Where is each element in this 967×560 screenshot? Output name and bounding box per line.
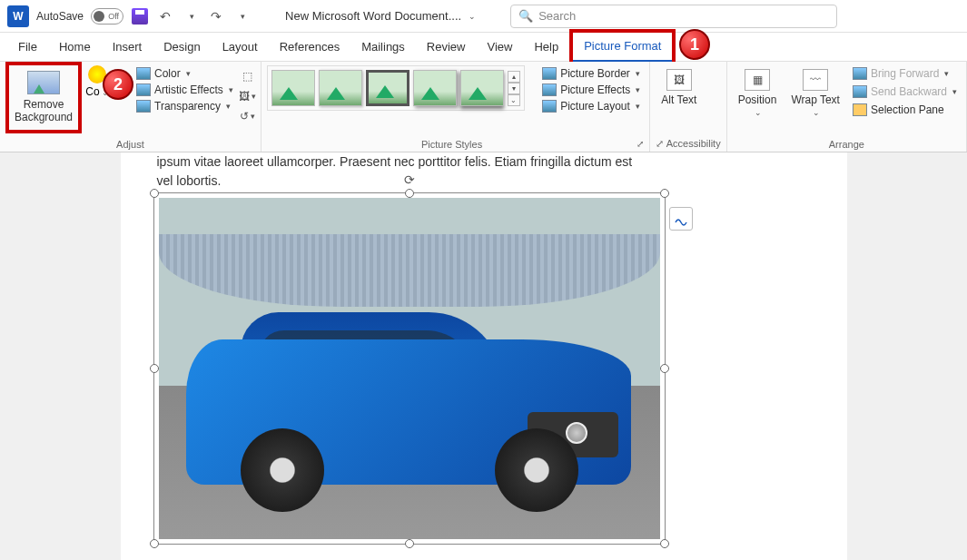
callout-frame-1: Picture Format (569, 29, 676, 65)
alt-text-label: Alt Text (661, 94, 696, 106)
color-icon (136, 67, 151, 80)
send-backward-icon (853, 85, 867, 98)
style-thumb[interactable] (319, 70, 362, 106)
group-picture-styles: ▴ ▾ ⌄ Picture Border▾ Picture Effects▾ P… (261, 62, 651, 152)
selected-image[interactable]: ⟳ (159, 198, 660, 539)
artistic-effects-button[interactable]: Artistic Effects▾ (133, 82, 237, 98)
title-bar: W AutoSave Off ↶ ▾ ↷ ▾ New Microsoft Wor… (0, 0, 967, 33)
document-name: New Microsoft Word Document.... (285, 9, 461, 23)
compress-pictures-button[interactable]: ⬚ (241, 69, 255, 84)
resize-handle[interactable] (150, 539, 159, 548)
autosave-toggle[interactable]: Off (91, 8, 123, 25)
resize-handle[interactable] (660, 364, 669, 373)
artistic-icon (136, 84, 151, 96)
callout-2: 2 (103, 69, 133, 100)
position-icon: ▦ (745, 69, 770, 91)
selection-pane-button[interactable]: Selection Pane (849, 102, 961, 118)
word-logo-icon: W (7, 5, 29, 27)
picture-layout-button[interactable]: Picture Layout▾ (538, 98, 644, 114)
resize-handle[interactable] (150, 189, 159, 198)
layout-options-button[interactable] (669, 207, 693, 231)
wrap-label: Wrap Text⌄ (791, 94, 840, 118)
change-picture-button[interactable]: 🖼▾ (241, 89, 255, 103)
resize-handle[interactable] (660, 539, 669, 548)
paragraph-text: ipsum vitae laoreet ullamcorper. Praesen… (157, 152, 811, 191)
tab-view[interactable]: View (476, 33, 523, 62)
page[interactable]: ipsum vitae laoreet ullamcorper. Praesen… (121, 152, 847, 560)
accessibility-group-label: ⤢ Accessibility (656, 136, 720, 152)
color-button[interactable]: Color▾ (133, 65, 237, 82)
wrap-icon: 〰 (803, 69, 828, 91)
picture-effects-button[interactable]: Picture Effects▾ (538, 82, 644, 98)
callout-1: 1 (679, 29, 710, 60)
group-accessibility: 🖼 Alt Text ⤢ Accessibility (650, 62, 726, 152)
car-photo (159, 198, 660, 539)
tab-mailings[interactable]: Mailings (350, 33, 416, 62)
save-button[interactable] (131, 7, 149, 25)
layout-icon (542, 100, 557, 113)
ribbon: 2 Remove Background Co⌄ Color▾ Artistic … (0, 62, 967, 152)
reset-picture-button[interactable]: ↺▾ (241, 109, 255, 123)
tab-home[interactable]: Home (48, 33, 102, 62)
gallery-scroll: ▴ ▾ ⌄ (508, 71, 520, 106)
gallery-down[interactable]: ▾ (508, 83, 520, 94)
tab-layout[interactable]: Layout (212, 33, 269, 62)
remove-background-label: Remove Background (15, 98, 73, 124)
picture-border-button[interactable]: Picture Border▾ (538, 65, 644, 82)
qat-more[interactable]: ▾ (232, 7, 251, 25)
tab-file[interactable]: File (7, 33, 48, 62)
search-input[interactable]: 🔍 Search (510, 5, 837, 28)
style-thumb[interactable] (366, 70, 409, 106)
bring-forward-button[interactable]: Bring Forward▾ (849, 65, 961, 82)
tab-review[interactable]: Review (416, 33, 477, 62)
bring-forward-icon (853, 67, 867, 80)
wrap-text-button[interactable]: 〰 Wrap Text⌄ (785, 65, 845, 122)
gallery-more[interactable]: ⌄ (508, 94, 520, 106)
style-thumb[interactable] (271, 70, 315, 106)
tab-references[interactable]: References (269, 33, 350, 62)
tab-design[interactable]: Design (153, 33, 211, 62)
selection-pane-icon (853, 103, 867, 116)
alt-text-icon: 🖼 (666, 69, 692, 91)
save-icon (132, 8, 148, 25)
position-button[interactable]: ▦ Position⌄ (733, 65, 783, 122)
remove-background-icon (27, 71, 60, 94)
styles-group-label: Picture Styles ⤢ (267, 137, 645, 152)
autosave-state: Off (108, 12, 119, 21)
document-title[interactable]: New Microsoft Word Document.... ⌄ (285, 9, 476, 23)
undo-button[interactable]: ↶ (156, 7, 174, 25)
position-label: Position⌄ (738, 94, 777, 118)
group-arrange: ▦ Position⌄ 〰 Wrap Text⌄ Bring Forward▾ … (727, 62, 967, 152)
resize-handle[interactable] (660, 189, 669, 198)
resize-handle[interactable] (405, 189, 414, 198)
effects-icon (542, 84, 557, 96)
search-placeholder: Search (538, 9, 576, 23)
border-icon (542, 67, 557, 80)
gallery-up[interactable]: ▴ (508, 71, 520, 83)
tab-picture-format[interactable]: Picture Format (573, 33, 672, 62)
rotate-handle[interactable]: ⟳ (402, 172, 417, 187)
toggle-knob-icon (94, 11, 104, 22)
callout-frame-2: Remove Background (5, 62, 82, 133)
adjust-group-label: Adjust (5, 137, 255, 152)
style-thumb[interactable] (413, 70, 457, 106)
transparency-button[interactable]: Transparency▾ (133, 98, 237, 114)
autosave-label: AutoSave (36, 10, 84, 23)
tab-help[interactable]: Help (523, 33, 569, 62)
picture-styles-gallery[interactable]: ▴ ▾ ⌄ (267, 65, 525, 111)
resize-handle[interactable] (150, 364, 159, 373)
tab-insert[interactable]: Insert (102, 33, 153, 62)
alt-text-button[interactable]: 🖼 Alt Text (656, 65, 702, 110)
ribbon-tabs: File Home Insert Design Layout Reference… (0, 33, 967, 62)
style-thumb[interactable] (460, 70, 504, 106)
undo-dropdown[interactable]: ▾ (182, 7, 200, 25)
transparency-icon (136, 100, 151, 113)
document-area: ipsum vitae laoreet ullamcorper. Praesen… (0, 152, 967, 560)
redo-button[interactable]: ↷ (207, 7, 225, 25)
search-icon: 🔍 (518, 9, 533, 23)
send-backward-button[interactable]: Send Backward▾ (849, 84, 961, 100)
resize-handle[interactable] (405, 539, 414, 548)
arrange-group-label: Arrange (733, 137, 961, 152)
remove-background-button[interactable]: Remove Background (11, 67, 76, 128)
chevron-down-icon: ⌄ (469, 12, 476, 21)
